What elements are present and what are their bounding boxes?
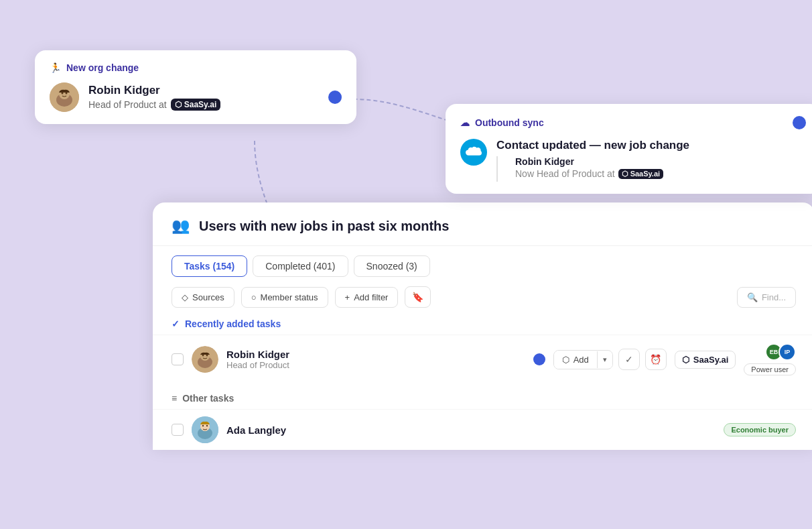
divider bbox=[496, 156, 498, 182]
badge-ip: IP bbox=[779, 343, 796, 361]
search-pill: 🔍 Find... bbox=[737, 287, 796, 308]
filters-row: ◇ Sources ○ Member status + Add filter 🔖… bbox=[153, 277, 812, 308]
person-name: Robin Kidger bbox=[88, 84, 319, 97]
bookmark-icon: 🔖 bbox=[412, 292, 423, 302]
panel-icon: 👥 bbox=[172, 217, 190, 235]
org-change-card: 🏃 New org change Robin Kidger Head of Pr… bbox=[35, 50, 356, 124]
list-icon: ≡ bbox=[172, 393, 177, 404]
add-button[interactable]: ⬡ Add ▾ bbox=[553, 350, 613, 369]
outbound-icon: ☁ bbox=[460, 117, 470, 128]
snooze-button[interactable]: ⏰ bbox=[645, 349, 667, 370]
outbound-event: Contact updated — new job change bbox=[496, 139, 806, 152]
company-badge: ⬡ SaaSy.ai bbox=[171, 99, 220, 111]
add-filter-button[interactable]: + Add filter bbox=[335, 287, 399, 308]
member-status-icon: ○ bbox=[251, 292, 257, 302]
check-circle-icon: ✓ bbox=[172, 318, 180, 329]
task-info: Ada Langley bbox=[226, 424, 467, 436]
outbound-subrole: Now Head of Product at ⬡ SaaSy.ai bbox=[515, 168, 663, 179]
status-dot bbox=[328, 91, 342, 104]
task-actions: ⬡ Add ▾ ✓ ⏰ bbox=[553, 349, 667, 370]
org-card-title-text: New org change bbox=[66, 62, 139, 73]
outbound-sync-card: ☁ Outbound sync Contact updated — new jo… bbox=[446, 104, 812, 194]
svg-point-13 bbox=[202, 425, 204, 426]
task-status-dot bbox=[533, 353, 545, 365]
salesforce-logo bbox=[460, 139, 487, 166]
outbound-person-name: Robin Kidger bbox=[515, 156, 663, 167]
panel-header: 👥 Users with new jobs in past six months bbox=[153, 202, 812, 246]
person-info: Robin Kidger Head of Product at ⬡ SaaSy.… bbox=[88, 84, 319, 111]
task-name: Robin Kidger bbox=[226, 349, 525, 360]
ada-avatar bbox=[192, 416, 218, 443]
add-filter-icon: + bbox=[345, 292, 350, 302]
avatar bbox=[50, 82, 79, 112]
company-tag: ⬡ SaaSy.ai bbox=[675, 351, 736, 369]
tab-snoozed[interactable]: Snoozed (3) bbox=[354, 255, 430, 277]
main-panel: 👥 Users with new jobs in past six months… bbox=[153, 202, 812, 450]
dropdown-arrow[interactable]: ▾ bbox=[597, 351, 612, 368]
bookmark-button[interactable]: 🔖 bbox=[405, 286, 431, 308]
outbound-dot bbox=[793, 116, 806, 129]
tab-tasks[interactable]: Tasks (154) bbox=[172, 255, 247, 277]
org-card-title: 🏃 New org change bbox=[50, 62, 342, 73]
person-role: Head of Product at ⬡ SaaSy.ai bbox=[88, 99, 319, 111]
check-button[interactable]: ✓ bbox=[618, 349, 640, 370]
task-info: Robin Kidger Head of Product bbox=[226, 349, 525, 370]
company-icon: ⬡ bbox=[682, 355, 689, 365]
avatar-stack: EB IP bbox=[765, 343, 796, 361]
org-change-icon: 🏃 bbox=[50, 62, 61, 73]
svg-point-8 bbox=[202, 355, 204, 357]
tabs-row: Tasks (154) Completed (401) Snoozed (3) bbox=[153, 246, 812, 277]
tab-completed[interactable]: Completed (401) bbox=[253, 255, 348, 277]
svg-point-9 bbox=[206, 355, 208, 357]
other-tasks-section: ≡ Other tasks bbox=[153, 384, 812, 409]
table-row: Robin Kidger Head of Product ⬡ Add ▾ ✓ ⏰… bbox=[153, 335, 812, 384]
outbound-body: Contact updated — new job change Robin K… bbox=[460, 139, 806, 182]
member-status-filter[interactable]: ○ Member status bbox=[241, 287, 328, 308]
outbound-title-text: Outbound sync bbox=[475, 117, 544, 128]
economic-buyer-badge: Economic buyer bbox=[724, 423, 796, 436]
user-type-badge: Power user bbox=[744, 363, 796, 375]
task-name: Ada Langley bbox=[226, 424, 467, 436]
task-avatar bbox=[192, 346, 218, 373]
outbound-detail: Robin Kidger Now Head of Product at ⬡ Sa… bbox=[515, 156, 663, 179]
add-icon: ⬡ bbox=[562, 355, 569, 365]
badges: EB IP Power user bbox=[744, 343, 796, 375]
outbound-info: Contact updated — new job change Robin K… bbox=[496, 139, 806, 182]
search-icon: 🔍 bbox=[747, 292, 758, 302]
task-role: Head of Product bbox=[226, 360, 525, 370]
panel-title: Users with new jobs in past six months bbox=[199, 219, 796, 234]
sources-filter[interactable]: ◇ Sources bbox=[172, 287, 234, 308]
task-checkbox[interactable] bbox=[172, 424, 184, 436]
recently-added-section: ✓ Recently added tasks bbox=[153, 308, 812, 335]
outbound-title: ☁ Outbound sync bbox=[460, 116, 806, 129]
saasy-badge: ⬡ SaaSy.ai bbox=[618, 169, 663, 179]
task-checkbox[interactable] bbox=[172, 353, 184, 365]
table-row: Ada Langley Economic buyer bbox=[153, 409, 812, 450]
sources-icon: ◇ bbox=[182, 292, 188, 302]
svg-point-14 bbox=[206, 425, 208, 426]
